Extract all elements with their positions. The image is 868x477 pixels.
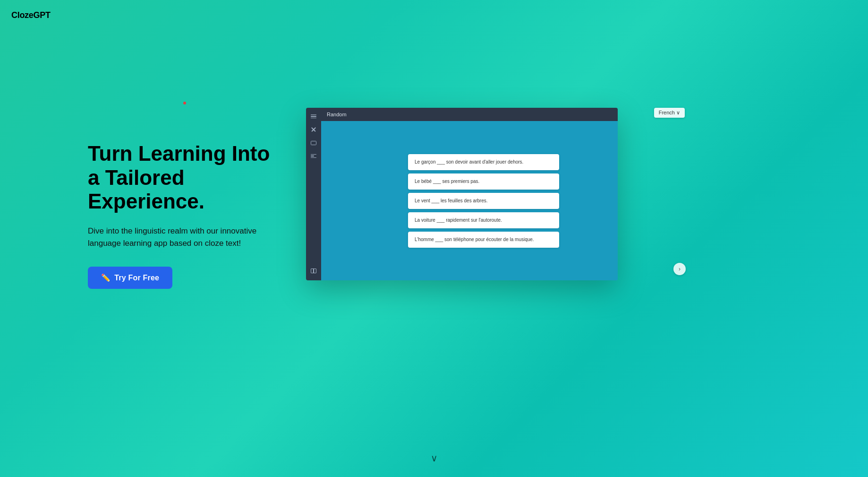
app-header-title: Random: [327, 112, 347, 117]
cloze-card-3[interactable]: Le vent ___ les feuilles des arbres.: [408, 193, 559, 209]
menu-icon[interactable]: [309, 112, 318, 121]
app-header: Random: [321, 108, 618, 121]
cloze-card-4[interactable]: La voiture ___ rapidement sur l'autorout…: [408, 212, 559, 228]
hero-subtext: Dive into the linguistic realm with our …: [88, 225, 286, 250]
wand-icon: ✏️: [101, 273, 111, 282]
cloze-cards-list: Le garçon ___ son devoir avant d'aller j…: [408, 154, 559, 248]
language-selector-label: French ∨: [659, 110, 680, 116]
cloze-card-2[interactable]: Le bébé ___ ses premiers pas.: [408, 173, 559, 190]
app-main-area: Random Le garçon ___ son devoir avant d'…: [321, 108, 618, 280]
close-icon[interactable]: [309, 125, 318, 134]
app-sidebar: [306, 108, 321, 280]
scroll-down-indicator: ∨: [431, 452, 438, 464]
red-dot-decoration: [183, 102, 186, 104]
try-for-free-button[interactable]: ✏️ Try For Free: [88, 267, 172, 289]
language-selector[interactable]: French ∨: [654, 108, 685, 118]
app-content-area: Le garçon ___ son devoir avant d'aller j…: [321, 121, 618, 280]
app-mockup: Random Le garçon ___ son devoir avant d'…: [306, 108, 618, 280]
cloze-card-1[interactable]: Le garçon ___ son devoir avant d'aller j…: [408, 154, 559, 170]
cloze-card-5[interactable]: L'homme ___ son téléphone pour écouter d…: [408, 232, 559, 248]
card-icon[interactable]: [309, 138, 318, 147]
next-arrow-button[interactable]: ›: [673, 263, 686, 275]
hero-headline: Turn Learning Into a Tailored Experience…: [88, 142, 286, 214]
hero-content: Turn Learning Into a Tailored Experience…: [88, 142, 286, 289]
logo: ClozeGPT: [11, 10, 51, 20]
book-icon[interactable]: [309, 266, 318, 276]
list-icon[interactable]: [309, 151, 318, 161]
try-for-free-label: Try For Free: [114, 274, 159, 282]
